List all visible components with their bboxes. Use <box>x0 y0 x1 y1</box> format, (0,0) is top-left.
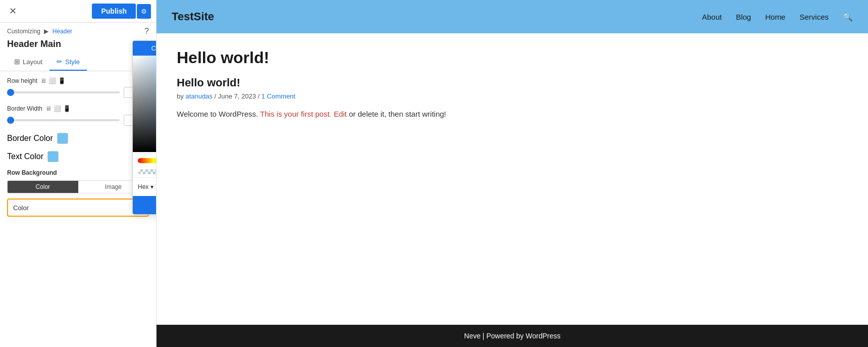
nav-link-services[interactable]: Services <box>799 13 829 21</box>
alpha-slider[interactable] <box>138 169 157 174</box>
preview-area: TestSite About Blog Home Services 🔍 Hell… <box>157 0 868 347</box>
gear-button[interactable]: ⚙ <box>137 4 151 19</box>
post-excerpt: Welcome to WordPress. This is your first… <box>177 108 848 120</box>
breadcrumb-arrow: ▶ <box>44 28 48 35</box>
border-color-label: Border Color <box>7 134 53 143</box>
device-icons-border-width: 🖥 ⬜ 📱 <box>45 105 71 112</box>
nav-link-about[interactable]: About <box>702 13 722 21</box>
clear-button[interactable]: Clear <box>133 196 157 214</box>
border-width-label-row: Border Width 🖥 ⬜ 📱 <box>7 105 149 112</box>
row-background-label: Row Background <box>7 169 149 176</box>
desktop-icon[interactable]: 🖥 <box>40 77 46 84</box>
post-excerpt-highlight: This is your first post. Edit <box>260 110 347 118</box>
row-height-label-left: Row height 🖥 ⬜ 📱 <box>7 77 66 84</box>
post-meta-sep2: / <box>258 92 262 100</box>
tab-style-label: Style <box>65 58 80 66</box>
color-picker-popup: Color Gradient Hex ▾ <box>132 40 157 215</box>
tab-style[interactable]: ✏ Style <box>49 54 87 71</box>
border-width-label-left: Border Width 🖥 ⬜ 📱 <box>7 105 71 112</box>
text-color-control: Text Color <box>7 151 149 162</box>
tab-layout-label: Layout <box>23 58 42 66</box>
color-box-selected[interactable]: Color 🌐 <box>7 199 149 217</box>
post-excerpt-part2: or delete it, then start writing! <box>347 110 446 118</box>
site-nav: About Blog Home Services 🔍 <box>702 12 853 22</box>
border-color-row: Border Color <box>7 133 149 144</box>
post-meta-sep1: / <box>214 92 218 100</box>
style-icon: ✏ <box>57 58 63 66</box>
picker-tabs: Color Gradient <box>133 41 157 56</box>
bg-tab-color[interactable]: Color <box>8 181 78 193</box>
text-color-label: Text Color <box>7 152 43 161</box>
gradient-canvas[interactable] <box>133 56 157 152</box>
close-button[interactable]: ✕ <box>5 4 21 19</box>
device-icons-row-height: 🖥 ⬜ 📱 <box>40 77 66 84</box>
site-content: Hello world! Hello world! by atanudas / … <box>157 33 868 325</box>
row-height-slider-row: 0 <box>7 87 149 98</box>
mobile-icon[interactable]: 📱 <box>58 77 66 84</box>
breadcrumb-area: Customizing ▶ Header ? <box>0 23 156 38</box>
breadcrumb: Customizing ▶ Header <box>7 28 72 35</box>
sidebar-topbar: ✕ Publish ⚙ <box>0 0 156 23</box>
border-color-swatch[interactable] <box>57 133 68 144</box>
tablet-icon[interactable]: ⬜ <box>48 77 56 84</box>
hex-mode-label: Hex <box>138 183 148 190</box>
alpha-slider-bg <box>138 169 157 174</box>
border-width-slider[interactable] <box>7 119 120 121</box>
hue-slider-wrap <box>133 152 157 167</box>
nav-link-blog[interactable]: Blog <box>736 13 751 21</box>
post-meta-author[interactable]: atanudas <box>185 92 213 100</box>
border-width-slider-row: 0 <box>7 115 149 126</box>
tab-layout[interactable]: ⊞ Layout <box>7 54 49 71</box>
sidebar: ✕ Publish ⚙ Customizing ▶ Header ? Heade… <box>0 0 157 347</box>
footer-text: Neve | Powered by WordPress <box>464 332 560 340</box>
site-title: TestSite <box>172 10 214 23</box>
post-meta: by atanudas / June 7, 2023 / 1 Comment <box>177 92 848 100</box>
layout-icon: ⊞ <box>14 58 20 66</box>
post-title: Hello world! <box>177 48 848 67</box>
row-height-control: Row height 🖥 ⬜ 📱 PX 0 <box>7 77 149 98</box>
row-background-control: Row Background Color Image Color 🌐 <box>7 169 149 217</box>
search-icon[interactable]: 🔍 <box>843 12 853 22</box>
post-meta-comments[interactable]: 1 Comment <box>262 92 295 100</box>
nav-link-home[interactable]: Home <box>765 13 785 21</box>
publish-button[interactable]: Publish <box>92 4 136 19</box>
hue-slider[interactable] <box>138 158 157 163</box>
text-color-row: Text Color <box>7 151 149 162</box>
chevron-down-icon: ▾ <box>150 183 154 190</box>
alpha-slider-wrap <box>133 167 157 177</box>
breadcrumb-link[interactable]: Header <box>53 28 72 35</box>
border-color-control: Border Color <box>7 133 149 144</box>
row-height-label: Row height <box>7 77 37 84</box>
mobile-icon-2[interactable]: 📱 <box>63 105 71 112</box>
post-meta-date: June 7, 2023 <box>218 92 256 100</box>
border-width-control: Border Width 🖥 ⬜ 📱 0 <box>7 105 149 126</box>
desktop-icon-2[interactable]: 🖥 <box>45 105 52 112</box>
breadcrumb-prefix: Customizing <box>7 28 40 35</box>
hex-area: Hex ▾ # 70C1F4 ⧉ <box>133 177 157 196</box>
help-icon[interactable]: ? <box>144 27 149 36</box>
tablet-icon-2[interactable]: ⬜ <box>54 105 61 112</box>
color-box-label: Color <box>13 204 29 212</box>
site-footer: Neve | Powered by WordPress <box>157 325 868 347</box>
post-meta-by: by <box>177 92 184 100</box>
row-height-label-row: Row height 🖥 ⬜ 📱 PX <box>7 77 149 84</box>
row-height-slider[interactable] <box>7 91 120 93</box>
picker-tab-color[interactable]: Color <box>133 41 157 56</box>
site-header: TestSite About Blog Home Services 🔍 <box>157 0 868 33</box>
bg-tabs: Color Image <box>7 180 149 193</box>
post-subtitle: Hello world! <box>177 76 848 89</box>
hex-mode-selector[interactable]: Hex ▾ <box>138 183 154 190</box>
text-color-swatch[interactable] <box>47 151 59 162</box>
post-excerpt-part1: Welcome to WordPress. <box>177 110 260 118</box>
border-width-label: Border Width <box>7 105 42 112</box>
